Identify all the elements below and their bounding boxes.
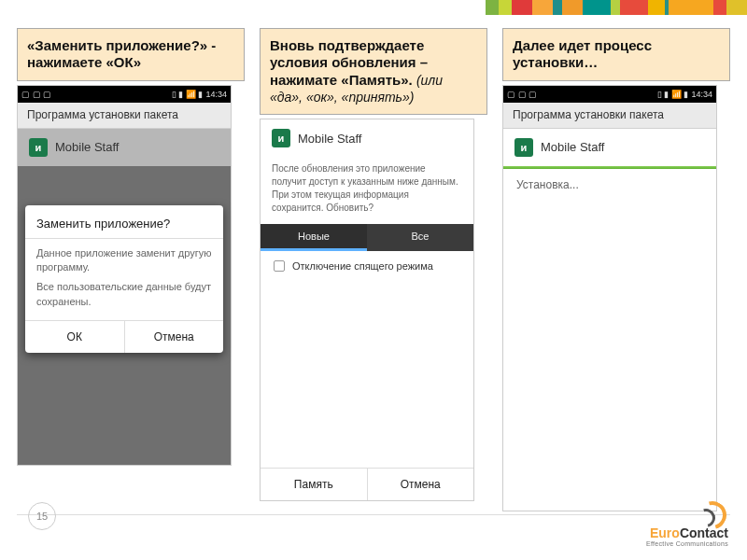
app-icon <box>29 138 48 157</box>
status-time: 14:34 <box>205 90 227 99</box>
status-bar: ▢ ▢ ▢ ▯ ▮ 📶 ▮14:34 <box>18 86 231 103</box>
replace-app-dialog: Заменить приложение? Данное приложение з… <box>25 205 223 354</box>
phone-screenshot-2: Mobile Staff После обновления это прилож… <box>260 119 474 501</box>
permission-label: Отключение спящего режима <box>292 260 433 272</box>
app-name: Mobile Staff <box>298 132 361 146</box>
lock-icon <box>274 260 285 272</box>
tab-all[interactable]: Все <box>367 224 473 251</box>
app-icon <box>272 129 290 147</box>
installer-title: Программа установки пакета <box>513 108 664 121</box>
callout-confirm-memory: Вновь подтверждаете условия обновления –… <box>260 28 487 115</box>
page-number: 15 <box>28 502 56 530</box>
installer-header: Программа установки пакета <box>18 103 231 129</box>
tab-new[interactable]: Новые <box>261 224 367 251</box>
dialog-title: Заменить приложение? <box>25 205 223 238</box>
phone-screenshot-3: ▢ ▢ ▢ ▯ ▮ 📶 ▮14:34 Программа установки п… <box>502 85 717 511</box>
install-status: Установка... <box>503 169 716 201</box>
logo-tagline: Effective Communications <box>646 540 728 547</box>
callout-replace-app: «Заменить приложение?» - нажимаете «ОК» <box>17 28 245 81</box>
app-header-row: Mobile Staff <box>261 119 473 157</box>
cancel-button[interactable]: Отмена <box>368 469 474 500</box>
app-header-row: Mobile Staff <box>503 129 716 166</box>
app-name: Mobile Staff <box>541 140 604 154</box>
callout-text: «Заменить приложение?» - нажимаете «ОК» <box>27 37 216 70</box>
logo-swirl-icon <box>691 499 728 525</box>
ok-button[interactable]: ОК <box>25 321 125 353</box>
permission-text: После обновления это приложение получит … <box>261 157 473 224</box>
status-time: 14:34 <box>691 90 712 99</box>
permission-item: Отключение спящего режима <box>261 251 473 281</box>
decorative-color-stripe <box>486 0 747 15</box>
callout-text: Вновь подтверждаете условия обновления –… <box>270 37 428 88</box>
callout-installing: Далее идет процесс установки… <box>502 28 730 81</box>
cancel-button[interactable]: Отмена <box>125 321 224 353</box>
memory-button[interactable]: Память <box>261 469 368 500</box>
installer-header: Программа установки пакета <box>503 103 716 129</box>
installer-title: Программа установки пакета <box>27 108 178 121</box>
app-name: Mobile Staff <box>55 140 119 154</box>
callout-text: Далее идет процесс установки… <box>513 37 652 70</box>
app-header-row: Mobile Staff <box>18 129 231 166</box>
logo-text-1: Euro <box>650 525 680 540</box>
logo-text-2: Contact <box>680 525 728 540</box>
dialog-body-1: Данное приложение заменит другую програм… <box>36 246 212 275</box>
footer-divider <box>17 514 730 515</box>
phone-screenshot-1: ▢ ▢ ▢ ▯ ▮ 📶 ▮14:34 Программа установки п… <box>17 85 232 466</box>
permission-tabs: Новые Все <box>261 224 473 251</box>
dialog-body-2: Все пользовательские данные будут сохран… <box>36 280 212 309</box>
status-bar: ▢ ▢ ▢ ▯ ▮ 📶 ▮14:34 <box>503 86 716 103</box>
brand-logo: EuroContact Effective Communications <box>646 499 728 547</box>
app-icon <box>514 138 533 157</box>
